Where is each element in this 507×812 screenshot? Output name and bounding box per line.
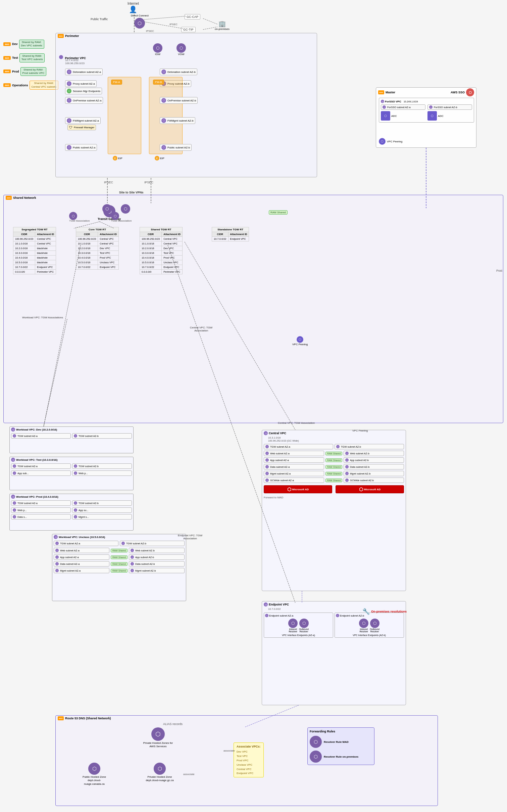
public-hosted-zone: ⬡ Public Hosted Zone dept.cloud-nuage.ca…: [78, 763, 111, 786]
central-gcwide-ram: RAM Shared: [325, 479, 342, 482]
aws-sso-icon: ⬡: [466, 88, 474, 96]
on-premises-icon: 🏢 on-premises: [215, 20, 230, 31]
unclass-app-ram: RAM Shared: [111, 555, 128, 559]
central-mgmt-a: ⬡ Mgmt subnet AZ-a: [264, 471, 324, 476]
fwmgmt-subnet-b: ⬡ FWMgmt subnet AZ-b: [160, 117, 195, 124]
dev-tgw-a: ⬡ TGW subnet AZ-a: [11, 433, 71, 439]
igw-icon: ⬡ IGW: [153, 43, 162, 56]
site-to-site-label: Site to Site VPNs: [119, 191, 144, 194]
fwmgmt-subnet-a: ⬡ FWMgmt subnet AZ-a: [65, 117, 101, 124]
unclass-tgw-a: ⬡ TGW subnet AZ-a: [54, 541, 118, 546]
route53-section: aws Route 53 DNS (Shared Network) ALIAS …: [55, 715, 438, 806]
standalone-rt-table: Standalone TGW RT CIDR Attachment ID 10.…: [212, 227, 249, 241]
prod-data-a: ⬡ Data s...: [11, 514, 71, 520]
detonation-subnet-a: ⬡ Detonation subnet AZ-a: [65, 69, 103, 75]
unclass-data-a: ⬡ Data subnet AZ-a: [54, 561, 109, 567]
workload-unclass-section: ⬡ Workload VPC: Unclass (10.5.0.0/16) ⬡ …: [52, 534, 186, 601]
central-msad-b: ⬡ Microsoft AD: [336, 485, 404, 493]
central-tgw-a: ⬡ TGW subnet AZ-a: [264, 444, 333, 449]
central-web-ram: RAM Shared: [325, 452, 342, 455]
private-hosted-aws: ⬡ Private Hosted Zones for AWS Services: [143, 727, 173, 749]
dev-tgw-b: ⬡ TGW subnet AZ-b: [72, 433, 132, 439]
unclass-web-a: ⬡ Web subnet AZ-a: [54, 548, 109, 553]
onprem-subnet-a: ⬡ OnPremise subnet AZ-a: [65, 97, 103, 104]
sidebar-item-dev: aws Dev Shared by RAM:Dev VPC subnets: [3, 40, 58, 49]
workload-tgw-label: Workload VPC: TGW Associations: [22, 316, 63, 319]
vpn-icon-2: ⬡: [121, 204, 130, 214]
gc-tip-label: GC-TIP: [181, 27, 196, 32]
adc-b-box: ⬡ ADC: [427, 111, 472, 121]
central-tgw-b: ⬡ TGW subnet AZ-b: [335, 444, 404, 449]
ipsec-label-top: IPSEC: [146, 30, 154, 33]
public-subnet-a: ⬡ Public subnet AZ-a: [65, 144, 97, 151]
alias-records-label: ALIAS records: [163, 722, 183, 726]
sidebar-labels: aws Dev Shared by RAM:Dev VPC subnets aw…: [3, 40, 58, 90]
shared-network-title: aws Shared Network: [4, 195, 503, 200]
resolver-rule-onprem-icon: ⬡: [310, 751, 322, 763]
central-app-ram: RAM Shared: [325, 458, 342, 462]
central-mgmt-b: ⬡ Mgmt subnet AZ-b: [344, 471, 404, 476]
prod-web-a: ⬡ Web p...: [11, 507, 71, 513]
vpc-peering-shared: ⬡ VPC Peering: [292, 336, 308, 346]
workload-dev-section: ⬡ Workload VPC: Dev (10.2.0.0/16) ⬡ TGW …: [9, 426, 134, 453]
central-web-b: ⬡ Web subnet AZ-b: [344, 451, 404, 456]
public-subnet-b: ⬡ Public subnet AZ-b: [160, 144, 192, 151]
test-tgw-b: ⬡ TGW subnet AZ-b: [72, 463, 132, 469]
central-web-a: ⬡ Web subnet AZ-a: [264, 451, 324, 456]
forsso-subnet-b: ⬡ ForSSO subnet AZ-b: [427, 104, 472, 110]
master-section: aws Master AWS SSO ⬡ ⬡ ForSSO VPC 10.249…: [376, 87, 476, 148]
central-gcwide-b: ⬡ GCWide subnet AZ-b: [344, 478, 404, 483]
unclass-web-b: ⬡ Web subnet AZ-b: [129, 548, 185, 553]
central-mgmt-ram: RAM Shared: [325, 472, 342, 476]
shared-rt-table: Shared TGW RT CIDR Attachment ID 100.96.…: [140, 227, 183, 274]
prod-tgw-b: ⬡ TGW subnet AZ-b: [72, 500, 132, 506]
prod-mgmt-a: ⬡ Mgmt s...: [72, 514, 132, 520]
test-web-a: ⬡ Web p...: [72, 470, 132, 476]
eip-b: E EIP: [155, 156, 164, 161]
unclass-data-b: ⬡ Data subnet AZ-b: [129, 561, 185, 567]
fw-a-highlight: [108, 77, 141, 154]
test-app-a: ⬡ App sub...: [11, 470, 71, 476]
test-tgw-a: ⬡ TGW subnet AZ-a: [11, 463, 71, 469]
unclass-mgmt-b: ⬡ Mgmt subnet AZ-b: [129, 568, 185, 573]
central-app-b: ⬡ App subnet AZ-b: [344, 457, 404, 463]
resolver-rule-mad-icon: ⬡: [310, 736, 322, 748]
unclass-data-ram: RAM Shared: [111, 562, 128, 566]
assoc-label-2: associate: [223, 749, 235, 752]
route53-title: aws Route 53 DNS (Shared Network): [56, 716, 438, 721]
ipsec-left-label: IPSEC: [104, 181, 113, 184]
unclass-app-b: ⬡ App subnet AZ-b: [129, 554, 185, 560]
central-vpc-peering-label: VPC Peering: [352, 429, 368, 432]
endpoint-vpc-section: ⬡ Endpoint VPC 10.7.0.0/22 ⬡ Endpoint su…: [262, 601, 406, 705]
forwarding-rules-section: Forwarding Rules ⬡ Resolver Rule MAD ⬡ R…: [307, 727, 374, 765]
central-data-b: ⬡ Data subnet AZ-b: [344, 464, 404, 469]
sidebar-item-operations: aws Operations Shared by RAM:Central VPC…: [3, 81, 58, 90]
workload-prod-section: ⬡ Workload VPC: Prod (10.4.0.0/16) ⬡ TGW…: [9, 494, 134, 531]
internet-label: Internet 👤: [128, 2, 139, 13]
ipsec-right-label: IPSEC: [144, 181, 153, 184]
tgw-icon-1: ⬡: [69, 212, 77, 220]
associate-vpcs-box: Associate VPCs: Dev VPC Test VPC Prod VP…: [234, 742, 264, 777]
ipsec-label-right: IPSEC: [169, 23, 178, 26]
ram-shared-badge: RAM Shared: [269, 210, 288, 215]
gc-cap-label: GC-CAP: [185, 14, 200, 19]
endpoint-subnet-b-box: ⬡ Endpoint subnet AZ-b ⬡ InboundResolver…: [335, 613, 404, 638]
prod-app-a: ⬡ App su...: [72, 507, 132, 513]
prod-tgw-a: ⬡ TGW subnet AZ-a: [11, 500, 71, 506]
onprem-resolutions-label: 🔧 On-premises resolutions: [362, 608, 407, 615]
central-gcwide-a: ⬡ GCWide subnet AZ-a: [264, 478, 324, 483]
shared-network-section: aws Shared Network ⬡ Transit Gateway TGW…: [3, 195, 503, 423]
resolver-rule-onprem-label: Resolver Rule on-premises: [324, 755, 358, 758]
forsso-vpc-box: ⬡ ForSSO VPC 10.249.1.0/24 ⬡ ForSSO subn…: [379, 98, 474, 123]
perimeter-title: aws Perimeter: [56, 33, 317, 39]
onprem-subnet-b: ⬡ OnPremise subnet AZ-b: [160, 97, 198, 104]
vgw-icon: ⬡ VGW: [176, 43, 186, 56]
sidebar-item-prod: aws Prod Shared by RAM:Prod subnets VPC: [3, 67, 58, 76]
core-rt-table: Core TGW RT CIDR Attachment ID 100.96.25…: [76, 227, 119, 270]
tgw-icon-2: ⬡: [111, 212, 119, 220]
adc-a-box: ⬡ ADC: [381, 111, 425, 121]
unclass-mgmt-ram: RAM Shared: [111, 569, 128, 573]
assoc-label-1: associate: [183, 773, 195, 776]
private-hosted-dept: ⬡ Private Hosted Zone dept.cloud-nuage.g…: [143, 763, 176, 782]
central-msad-a: ⬡ Microsoft AD: [264, 485, 332, 493]
